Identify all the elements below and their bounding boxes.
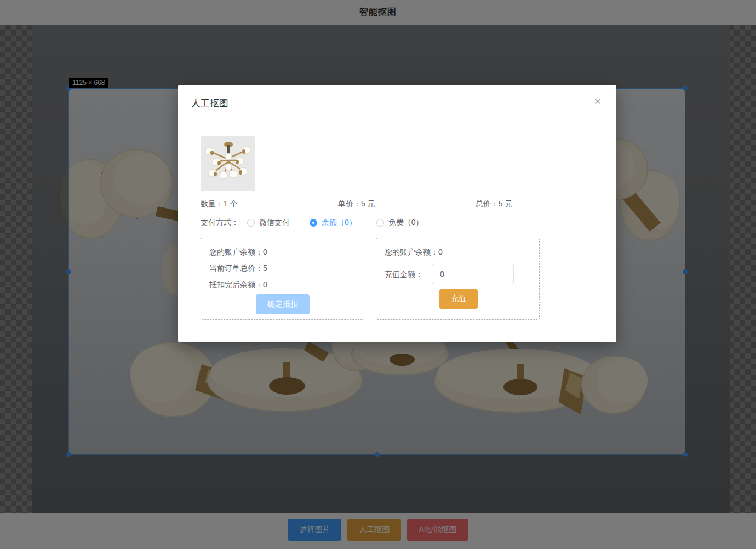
- modal-close-button[interactable]: ×: [591, 95, 604, 108]
- account-balance-label: 您的账户余额：: [209, 247, 263, 256]
- modal-title: 人工抠图: [191, 97, 228, 109]
- manual-cutout-modal: 人工抠图 × 数量：1 个 单价：5 元 总价：5 元: [178, 85, 616, 342]
- deduct-box: 您的账户余额：0 当前订单总价：5 抵扣完后余额：0 确定抵扣: [201, 238, 364, 320]
- recharge-amount-label: 充值金额：: [385, 269, 423, 280]
- recharge-box: 您的账户余额：0 充值金额： 充值: [376, 238, 540, 320]
- radio-checked-icon: [310, 219, 317, 227]
- radio-free-label: 免费（0）: [388, 218, 423, 228]
- after-deduct-value: 0: [263, 280, 267, 289]
- total-price-value: 5 元: [499, 199, 513, 208]
- radio-wechat-pay[interactable]: 微信支付: [247, 218, 290, 228]
- quantity-label: 数量：: [201, 199, 224, 208]
- radio-wechat-label: 微信支付: [259, 218, 290, 228]
- radio-free[interactable]: 免费（0）: [376, 218, 423, 228]
- product-thumbnail: [201, 136, 255, 191]
- quantity-value: 1 个: [224, 199, 238, 208]
- confirm-deduct-button[interactable]: 确定抵扣: [256, 294, 310, 314]
- close-icon: ×: [594, 95, 601, 107]
- order-total-label: 当前订单总价：: [209, 264, 263, 273]
- account-balance-value: 0: [263, 247, 267, 256]
- total-price-label: 总价：: [476, 199, 499, 208]
- payment-method-row: 支付方式： 微信支付 余额（0） 免费（0）: [201, 218, 443, 228]
- recharge-amount-input[interactable]: [432, 264, 514, 284]
- recharge-button[interactable]: 充值: [439, 289, 478, 309]
- radio-icon: [247, 219, 255, 227]
- radio-icon: [376, 219, 384, 227]
- recharge-balance-value: 0: [438, 247, 443, 256]
- after-deduct-label: 抵扣完后余额：: [209, 280, 263, 289]
- unit-price-label: 单价：: [338, 199, 361, 208]
- radio-balance[interactable]: 余额（0）: [310, 218, 357, 228]
- radio-balance-label: 余额（0）: [322, 218, 357, 228]
- recharge-balance-label: 您的账户余额：: [385, 247, 438, 256]
- payment-method-label: 支付方式：: [201, 218, 239, 228]
- unit-price-value: 5 元: [361, 199, 375, 208]
- order-total-value: 5: [263, 264, 267, 273]
- order-summary-row: 数量：1 个 单价：5 元 总价：5 元: [201, 199, 551, 209]
